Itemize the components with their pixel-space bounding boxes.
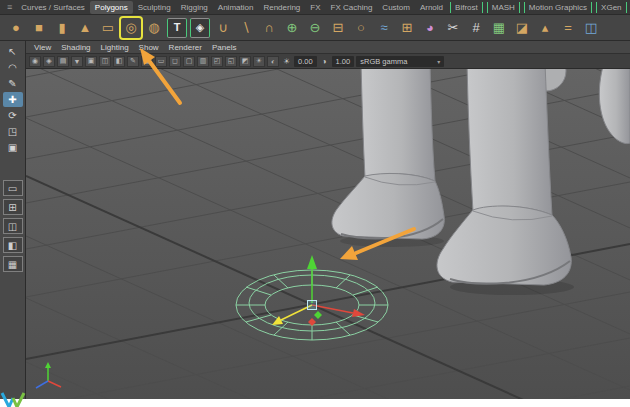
layout-outliner-persp-button[interactable]: ◧ bbox=[3, 237, 23, 253]
tab-curves-surfaces[interactable]: Curves / Surfaces bbox=[16, 1, 90, 14]
exposure-icon[interactable]: ☀ bbox=[281, 56, 292, 67]
extract-icon[interactable]: ⊟ bbox=[328, 18, 348, 38]
type-tool-icon[interactable]: T bbox=[167, 18, 187, 38]
quad-draw-icon[interactable]: ▦ bbox=[489, 18, 509, 38]
oversampling-icon[interactable]: ◧ bbox=[113, 56, 125, 67]
viewport-canvas[interactable] bbox=[26, 69, 630, 399]
fill-hole-icon[interactable]: ○ bbox=[351, 18, 371, 38]
last-tool-icon[interactable]: ▣ bbox=[3, 140, 23, 155]
icon-glyph: ⟳ bbox=[8, 110, 16, 121]
tab-fx[interactable]: FX bbox=[305, 1, 325, 14]
icon-glyph: ⊞ bbox=[8, 202, 16, 213]
tab-rigging[interactable]: Rigging bbox=[176, 1, 213, 14]
bridge-icon[interactable]: = bbox=[558, 18, 578, 38]
tab-bifrost[interactable]: Bifrost bbox=[450, 2, 483, 13]
panel-menu-show[interactable]: Show bbox=[134, 43, 164, 52]
shelf-tab-bar: ≡ Curves / SurfacesPolygonsSculptingRigg… bbox=[0, 0, 630, 15]
paint-select-tool-icon[interactable]: ✎ bbox=[3, 76, 23, 91]
gamma-icon[interactable]: ◑ bbox=[319, 56, 330, 67]
combine-icon[interactable]: ⊕ bbox=[282, 18, 302, 38]
tab-arnold[interactable]: Arnold bbox=[415, 1, 448, 14]
bevel-icon[interactable]: ◪ bbox=[512, 18, 532, 38]
icon-glyph: ▭ bbox=[8, 183, 17, 194]
lasso-tool-icon[interactable]: ◠ bbox=[3, 60, 23, 75]
panel-menu-panels[interactable]: Panels bbox=[207, 43, 241, 52]
toolbox: ↖ ◠ ✎ ✚ ⟳ ◳ ▣ ▭ bbox=[0, 41, 26, 399]
exposure-field[interactable]: 0.00 bbox=[294, 56, 317, 67]
shelf-menu-icon[interactable]: ≡ bbox=[3, 2, 16, 12]
multi-cut-icon[interactable]: ✂ bbox=[443, 18, 463, 38]
tab-mash[interactable]: MASH bbox=[487, 2, 520, 13]
grease-pencil-icon[interactable]: ✎ bbox=[127, 56, 139, 67]
move-tool-icon[interactable]: ✚ bbox=[3, 92, 23, 107]
extrude-icon[interactable]: ▴ bbox=[535, 18, 555, 38]
tab-sculpting[interactable]: Sculpting bbox=[133, 1, 176, 14]
poly-sphere-icon[interactable]: ● bbox=[6, 18, 26, 38]
lock-camera-icon[interactable]: ◈ bbox=[43, 56, 55, 67]
panel-menu-shading[interactable]: Shading bbox=[56, 43, 95, 52]
tab-rendering[interactable]: Rendering bbox=[258, 1, 305, 14]
page-background-strip bbox=[0, 399, 630, 407]
select-tool-icon[interactable]: ↖ bbox=[3, 44, 23, 59]
icon-glyph: ◕ bbox=[426, 21, 434, 34]
lighting-icon[interactable]: ☀ bbox=[253, 56, 265, 67]
shadows-icon[interactable]: ◐ bbox=[267, 56, 279, 67]
tab-custom[interactable]: Custom bbox=[377, 1, 415, 14]
poly-cone-icon[interactable]: ▲ bbox=[75, 18, 95, 38]
mirror-icon[interactable]: ◫ bbox=[581, 18, 601, 38]
scale-tool-icon[interactable]: ◳ bbox=[3, 124, 23, 139]
safe-action-icon[interactable]: ◰ bbox=[211, 56, 223, 67]
poly-cube-icon[interactable]: ■ bbox=[29, 18, 49, 38]
layout-single-pane-button[interactable]: ▭ bbox=[3, 180, 23, 196]
icon-glyph: ▼ bbox=[74, 58, 81, 65]
boolean-difference-icon[interactable]: ∖ bbox=[236, 18, 256, 38]
append-polygon-icon[interactable]: ⊞ bbox=[397, 18, 417, 38]
rotate-tool-icon[interactable]: ⟳ bbox=[3, 108, 23, 123]
work-area: ↖ ◠ ✎ ✚ ⟳ ◳ ▣ ▭ bbox=[0, 41, 630, 399]
resolution-gate-icon[interactable]: ◻ bbox=[169, 56, 181, 67]
field-chart-icon[interactable]: ▥ bbox=[197, 56, 209, 67]
layout-multi-pane-button[interactable]: ▦ bbox=[3, 256, 23, 272]
shelf-tabs: Curves / SurfacesPolygonsSculptingRiggin… bbox=[16, 0, 628, 14]
panel-menu-lighting[interactable]: Lighting bbox=[96, 43, 134, 52]
tab-polygons[interactable]: Polygons bbox=[90, 1, 133, 14]
connect-icon[interactable]: # bbox=[466, 18, 486, 38]
safe-title-icon[interactable]: ◱ bbox=[225, 56, 237, 67]
boolean-intersection-icon[interactable]: ∩ bbox=[259, 18, 279, 38]
icon-glyph: ▦ bbox=[493, 21, 505, 34]
shelf: ● ■ ▮ ▲ ▭ ◎ ◍ T ◈ ∪ ∖ ∩ bbox=[0, 15, 630, 41]
two-d-pan-zoom-icon[interactable]: ◫ bbox=[99, 56, 111, 67]
image-plane-icon[interactable]: ▣ bbox=[85, 56, 97, 67]
bookmarks-icon[interactable]: ▼ bbox=[71, 56, 83, 67]
layout-four-pane-button[interactable]: ⊞ bbox=[3, 199, 23, 215]
svg-tool-icon[interactable]: ◈ bbox=[190, 18, 210, 38]
isolate-select-icon[interactable]: ◩ bbox=[239, 56, 251, 67]
poly-torus-icon[interactable]: ◎ bbox=[121, 18, 141, 38]
viewport-3d[interactable] bbox=[26, 69, 630, 399]
panel-menu-view[interactable]: View bbox=[29, 43, 56, 52]
select-camera-icon[interactable]: ◉ bbox=[29, 56, 41, 67]
icon-glyph: ◫ bbox=[585, 21, 597, 34]
gamma-field[interactable]: 1.00 bbox=[332, 56, 355, 67]
icon-glyph: ▣ bbox=[88, 57, 95, 65]
tab-motion-graphics[interactable]: Motion Graphics bbox=[524, 2, 592, 13]
poly-disc-icon[interactable]: ◍ bbox=[144, 18, 164, 38]
icon-glyph: ◫ bbox=[8, 221, 17, 232]
camera-attributes-icon[interactable]: ▤ bbox=[57, 56, 69, 67]
view-transform-select[interactable]: sRGB gamma ▾ bbox=[356, 56, 444, 67]
separate-icon[interactable]: ⊖ bbox=[305, 18, 325, 38]
tab-fx-caching[interactable]: FX Caching bbox=[326, 1, 378, 14]
layout-two-pane-side-button[interactable]: ◫ bbox=[3, 218, 23, 234]
tab-xgen[interactable]: XGen bbox=[596, 2, 626, 13]
panel-menu-renderer[interactable]: Renderer bbox=[164, 43, 207, 52]
gate-mask-icon[interactable]: ▢ bbox=[183, 56, 195, 67]
grid-toggle-icon[interactable]: ▦ bbox=[141, 56, 153, 67]
smooth-icon[interactable]: ≈ bbox=[374, 18, 394, 38]
boolean-union-icon[interactable]: ∪ bbox=[213, 18, 233, 38]
sculpt-tool-icon[interactable]: ◕ bbox=[420, 18, 440, 38]
poly-cylinder-icon[interactable]: ▮ bbox=[52, 18, 72, 38]
film-gate-icon[interactable]: ▭ bbox=[155, 56, 167, 67]
tab-animation[interactable]: Animation bbox=[213, 1, 259, 14]
poly-plane-icon[interactable]: ▭ bbox=[98, 18, 118, 38]
icon-glyph: ▮ bbox=[58, 21, 65, 34]
